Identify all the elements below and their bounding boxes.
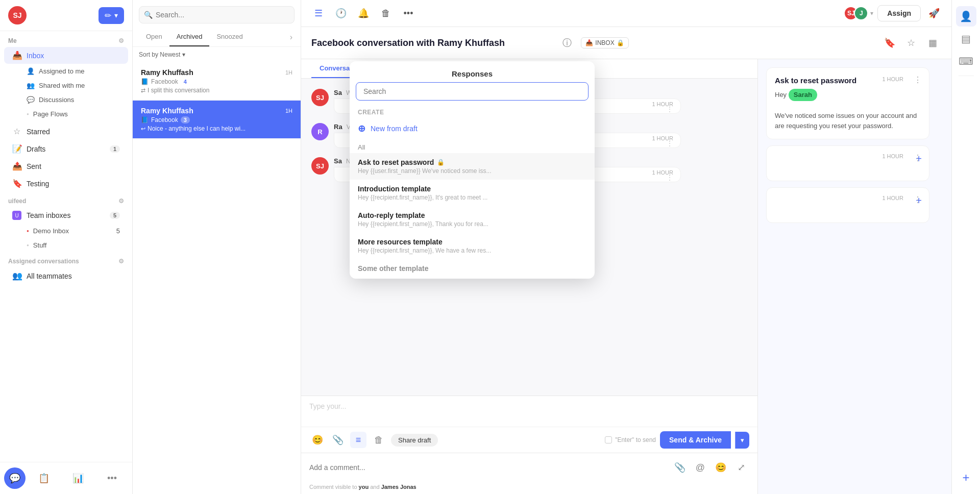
response-card-more-2[interactable]: ⋮ [914,153,922,163]
response-item-4[interactable]: Some other template [350,259,595,279]
assign-button[interactable]: Assign [877,5,921,21]
attach-button[interactable]: 📎 [330,432,346,448]
tab-open[interactable]: Open [139,28,169,46]
sidebar-item-starred[interactable]: ☆ Starred [4,123,128,140]
settings-gear-icon[interactable]: ⚙ [118,37,124,44]
comment-mention-icon[interactable]: @ [692,459,708,476]
sidebar-item-inbox[interactable]: 📥 Inbox [4,47,128,64]
comment-expand-icon[interactable]: ⤢ [733,459,749,476]
msg-more-icon-3[interactable]: ⋮ [666,172,673,183]
delete-draft-button[interactable]: 🗑 [371,432,387,448]
comment-hint-name: James Jonas [381,484,416,490]
enter-to-send: "Enter" to send [605,436,656,443]
conv-item-1-time: 1H [285,69,292,76]
demo-inbox-dot-icon: ● [27,229,29,233]
msg-avatar-2: R [311,123,329,140]
drafts-label: Drafts [27,145,105,153]
share-draft-button[interactable]: Share draft [391,434,438,447]
footer-stats-button[interactable]: 📊 [62,467,94,489]
bell-button[interactable]: 🔔 [354,4,373,22]
sidebar-item-page-flows[interactable]: ● Page Flows [4,107,128,121]
tabs-arrow-icon[interactable]: › [288,29,295,46]
conv-item-1-header: Ramy Khuffash 1H [141,68,292,77]
msg-more-icon-1[interactable]: ⋮ [666,104,673,115]
comment-emoji-icon[interactable]: 😊 [713,459,729,476]
discussions-label: Discussions [39,96,74,104]
sidebar-item-inbox-label: Inbox [27,52,120,60]
send-archive-button[interactable]: Send & Archive [660,431,731,449]
compose-button[interactable]: ✏ ▾ [99,7,124,24]
tab-snoozed[interactable]: Snoozed [209,28,250,46]
uifeed-gear-icon[interactable]: ⚙ [118,197,124,205]
response-item-1[interactable]: Introduction template Hey {{recipient.fi… [350,180,595,206]
all-teammates-label: All teammates [27,272,120,280]
comment-input[interactable] [309,463,668,472]
conv-item-2[interactable]: Ramy Khuffash 1H 📘 Facebook 3 ↩ Noice - … [133,101,301,139]
tab-archived[interactable]: Archived [169,28,210,46]
responses-button[interactable]: ≡ [350,432,366,448]
avatar-group[interactable]: SJ J ▾ [844,6,873,20]
rp-layout-button[interactable]: ▤ [956,29,976,49]
sidebar-item-stuff[interactable]: ● Stuff [4,238,128,252]
sidebar-item-drafts[interactable]: 📝 Drafts 1 [4,140,128,157]
send-archive-arrow-button[interactable]: ▾ [735,432,749,449]
bookmark-button[interactable]: 🔖 [881,34,898,52]
pencil-icon: ✏ [105,11,111,20]
sidebar-item-testing[interactable]: 🔖 Testing [4,175,128,192]
inbox-badge: 📥 INBOX 🔒 [581,37,628,48]
sidebar-item-all-teammates[interactable]: 👥 All teammates [4,267,128,284]
footer-calendar-button[interactable]: 📋 [28,467,60,489]
comment-attach-icon[interactable]: 📎 [672,459,688,476]
message-input-area: Type your... [301,396,757,427]
response-item-1-preview: Hey {{recipient.first_name}}, It's great… [358,194,586,201]
comment-input-wrap: 📎 @ 😊 ⤢ [301,453,757,482]
star-button[interactable]: ☆ [902,34,920,52]
response-card-more-icon[interactable]: ⋮ [914,75,922,85]
sidebar-item-shared-with-me[interactable]: 👥 Shared with me [4,79,128,92]
info-button[interactable]: ⓘ [558,34,576,52]
conv-item-1[interactable]: Ramy Khuffash 1H 📘 Facebook 4 ⇄ I split … [133,62,301,101]
search-input[interactable] [139,6,295,23]
list-view-button[interactable]: ☰ [309,4,328,22]
sidebar-item-team-inboxes[interactable]: U Team inboxes 5 [4,207,128,224]
conv-item-2-name: Ramy Khuffash [141,107,193,115]
star-icon: ☆ [12,127,21,136]
conv-item-1-source: 📘 Facebook 4 [141,78,292,85]
emoji-button[interactable]: 😊 [309,432,326,448]
more-button[interactable]: ••• [399,4,418,22]
demo-inbox-label: Demo Inbox [33,227,112,235]
response-item-2[interactable]: Auto-reply template Hey {{recipient.firs… [350,206,595,233]
enter-checkbox[interactable] [605,436,612,443]
rp-add-button[interactable]: + [956,467,976,488]
clock-button[interactable]: 🕐 [332,4,350,22]
assigned-conversations-gear-icon[interactable]: ⚙ [118,258,124,265]
sidebar-item-demo-inbox[interactable]: ● Demo Inbox 5 [4,224,128,238]
response-item-0[interactable]: Ask to reset password 🔒 Hey {{user.first… [350,153,595,180]
rp-contact-button[interactable]: 👤 [956,6,976,27]
trash-button[interactable]: 🗑 [377,4,395,22]
sidebar-item-discussions[interactable]: 💬 Discussions [4,93,128,107]
sort-label: Sort by Newest [139,51,180,58]
teammates-icon: 👥 [12,271,21,281]
response-item-3[interactable]: More resources template Hey {{recipient.… [350,233,595,259]
response-card-more-3[interactable]: ⋮ [914,195,922,205]
responses-search-input[interactable] [356,82,589,101]
footer-chat-button[interactable]: 💬 [4,467,26,489]
stuff-label: Stuff [33,241,47,249]
responses-new-from-draft[interactable]: ⊕ New from draft [350,118,595,139]
footer-more-button[interactable]: ••• [96,467,128,489]
response-item-2-name: Auto-reply template [358,211,586,219]
rp-keyboard-button[interactable]: ⌨ [956,51,976,71]
sidebar-item-assigned-to-me[interactable]: 👤 Assigned to me [4,64,128,78]
rocket-button[interactable]: 🚀 [925,4,943,22]
sort-control[interactable]: Sort by Newest ▾ [133,47,301,62]
sarah-tag: Sarah [789,89,817,101]
layout-button[interactable]: ▦ [924,34,941,52]
search-icon: 🔍 [144,11,153,19]
msg-avatar-3: SJ [311,157,329,175]
sidebar-item-sent[interactable]: 📤 Sent [4,158,128,175]
sent-label: Sent [27,162,120,170]
msg-more-icon-2[interactable]: ⋮ [666,138,673,149]
conversation-header: Facebook conversation with Ramy Khuffash… [301,27,951,59]
assigned-to-me-label: Assigned to me [39,67,85,75]
